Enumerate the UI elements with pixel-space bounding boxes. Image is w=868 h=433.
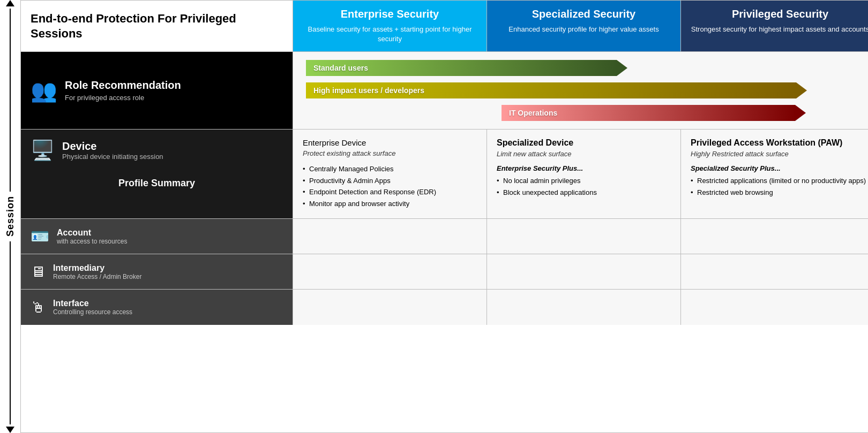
role-title: Role Recommendation — [65, 79, 181, 92]
enterprise-device-subtitle: Protect existing attack surface — [303, 149, 477, 157]
enterprise-header: Enterprise Security Baseline security fo… — [293, 1, 487, 51]
account-left-text: Account with access to resources — [57, 228, 127, 245]
list-item: Restricted web browsing — [691, 187, 868, 198]
specialized-device-plus: Enterprise Security Plus... — [497, 164, 671, 172]
account-left-cell: 🪪 Account with access to resources — [21, 219, 293, 254]
privileged-desc: Strongest security for highest impact as… — [691, 25, 868, 34]
specialized-device-title: Specialized Device — [497, 138, 671, 148]
session-line-top — [10, 9, 11, 192]
enterprise-device-list: Centrally Managed Policies Productivity … — [303, 164, 477, 209]
list-item: Productivity & Admin Apps — [303, 176, 477, 186]
account-icon: 🪪 — [31, 227, 49, 245]
high-impact-arrow-body: High impact users / developers — [306, 82, 796, 98]
it-ops-arrow-body: IT Operations — [502, 105, 795, 121]
interface-enterprise-cell — [293, 290, 487, 325]
interface-subtitle: Controlling resource access — [53, 308, 132, 316]
session-text-wrapper: Session — [5, 192, 16, 241]
device-subtitle: Physical device initiating session — [62, 153, 163, 161]
intermediary-left-cell: 🖥 Intermediary Remote Access / Admin Bro… — [21, 254, 293, 289]
interface-left-text: Interface Controlling resource access — [53, 299, 132, 316]
intermediary-left-text: Intermediary Remote Access / Admin Broke… — [53, 263, 141, 280]
specialized-title: Specialized Security — [497, 8, 671, 20]
device-left-cell: 🖥️ Device Physical device initiating ses… — [21, 130, 293, 218]
it-ops-arrow-tip — [795, 105, 806, 121]
intermediary-privileged-cell — [681, 254, 868, 289]
account-title: Account — [57, 228, 127, 238]
interface-row: 🖱 Interface Controlling resource access — [21, 290, 868, 325]
privileged-device-title: Privileged Access Workstation (PAW) — [691, 138, 868, 148]
device-row: 🖥️ Device Physical device initiating ses… — [21, 130, 868, 219]
intermediary-enterprise-cell — [293, 254, 487, 289]
intermediary-icon: 🖥 — [31, 263, 46, 280]
high-impact-arrow: High impact users / developers — [306, 82, 807, 98]
specialized-device-subtitle: Limit new attack surface — [497, 150, 671, 158]
intermediary-row: 🖥 Intermediary Remote Access / Admin Bro… — [21, 254, 868, 290]
header-row: End-to-end Protection For Privileged Ses… — [21, 1, 868, 52]
account-enterprise-cell — [293, 219, 487, 254]
list-item: Endpoint Detection and Response (EDR) — [303, 187, 477, 197]
list-item: Restricted applications (limited or no p… — [691, 176, 868, 186]
enterprise-title: Enterprise Security — [303, 8, 477, 20]
account-privileged-cell — [681, 219, 868, 254]
enterprise-device-title: Enterprise Device — [303, 138, 477, 147]
intermediary-specialized-cell — [487, 254, 681, 289]
interface-specialized-cell — [487, 290, 681, 325]
device-title: Device — [62, 140, 163, 153]
privileged-device-plus: Specialized Security Plus... — [691, 164, 868, 172]
it-ops-bar: IT Operations — [306, 104, 866, 121]
page-title: End-to-end Protection For Privileged Ses… — [31, 11, 283, 41]
specialized-device-cell: Specialized Device Limit new attack surf… — [487, 130, 681, 218]
role-icon: 👥 — [31, 78, 57, 103]
list-item: Monitor app and browser activity — [303, 199, 477, 209]
intermediary-subtitle: Remote Access / Admin Broker — [53, 273, 141, 280]
specialized-device-list: No local admin privileges Block unexpect… — [497, 176, 671, 197]
standard-users-bar: Standard users — [306, 59, 866, 77]
list-item: Block unexpected applications — [497, 187, 671, 198]
device-icon: 🖥️ — [31, 139, 55, 162]
role-left-text: Role Recommendation For privileged acces… — [65, 79, 181, 102]
main-wrapper: Session End-to-end Protection For Privil… — [0, 0, 868, 433]
account-specialized-cell — [487, 219, 681, 254]
it-ops-arrow: IT Operations — [502, 105, 806, 121]
interface-privileged-cell — [681, 290, 868, 325]
privileged-device-cell: Privileged Access Workstation (PAW) High… — [681, 130, 868, 218]
privileged-header: Privileged Security Strongest security f… — [681, 1, 868, 51]
role-left-cell: 👥 Role Recommendation For privileged acc… — [21, 52, 293, 129]
account-row: 🪪 Account with access to resources — [21, 219, 868, 254]
interface-left-cell: 🖱 Interface Controlling resource access — [21, 290, 293, 325]
content-table: End-to-end Protection For Privileged Ses… — [20, 0, 868, 433]
device-left-top: 🖥️ Device Physical device initiating ses… — [31, 139, 283, 162]
session-label: Session — [5, 196, 16, 237]
specialized-header: Specialized Security Enhanced security p… — [487, 1, 681, 51]
session-column: Session — [0, 0, 20, 433]
session-line-bottom — [10, 241, 11, 424]
account-subtitle: with access to resources — [57, 238, 127, 245]
role-row: 👥 Role Recommendation For privileged acc… — [21, 52, 868, 130]
profile-summary: Profile Summary — [31, 178, 283, 189]
role-subtitle: For privileged access role — [65, 94, 181, 102]
standard-arrow-body: Standard users — [306, 60, 617, 76]
session-arrow-up — [6, 0, 14, 6]
high-impact-bar: High impact users / developers — [306, 82, 866, 99]
intermediary-title: Intermediary — [53, 263, 141, 273]
privileged-device-list: Restricted applications (limited or no p… — [691, 176, 868, 197]
enterprise-desc: Baseline security for assets + starting … — [303, 25, 477, 44]
standard-arrow-tip — [617, 60, 627, 76]
interface-icon: 🖱 — [31, 299, 46, 316]
privileged-device-subtitle: Highly Restricted attack surface — [691, 150, 868, 158]
interface-title: Interface — [53, 299, 132, 308]
enterprise-device-cell: Enterprise Device Protect existing attac… — [293, 130, 487, 218]
list-item: Centrally Managed Policies — [303, 164, 477, 174]
title-cell: End-to-end Protection For Privileged Ses… — [21, 1, 293, 51]
session-arrow-down — [6, 427, 14, 433]
device-left-text: Device Physical device initiating sessio… — [62, 140, 163, 161]
privileged-title: Privileged Security — [691, 8, 868, 20]
role-right-cell: Standard users High impact users / devel… — [293, 52, 868, 129]
standard-arrow: Standard users — [306, 60, 627, 76]
specialized-desc: Enhanced security profile for higher val… — [497, 25, 671, 34]
list-item: No local admin privileges — [497, 176, 671, 186]
high-impact-arrow-tip — [796, 82, 807, 98]
